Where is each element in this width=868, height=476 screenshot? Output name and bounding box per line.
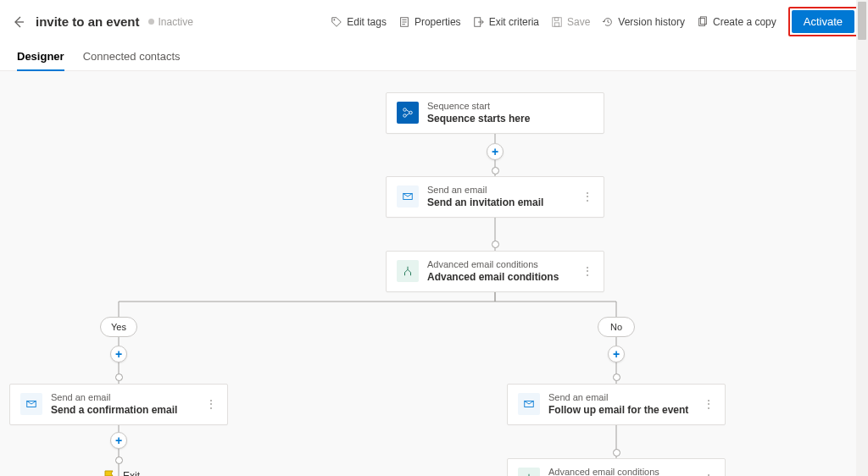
node-title: Advanced email conditions: [427, 271, 559, 284]
node-label: Send an email: [51, 392, 177, 404]
node-more-button[interactable]: ⋮: [581, 264, 593, 278]
status-text: Inactive: [159, 16, 193, 28]
email-icon: [518, 393, 540, 415]
node-sequence-start[interactable]: Sequence start Sequence starts here: [386, 92, 604, 134]
status-badge: Inactive: [148, 16, 193, 28]
command-bar: Edit tags Properties Exit criteria Save …: [331, 7, 858, 36]
node-followup-email[interactable]: Send an email Follow up email for the ev…: [507, 384, 726, 425]
node-advanced-conditions[interactable]: Advanced email conditions Advanced email…: [386, 251, 604, 292]
activate-label: Activate: [804, 15, 843, 28]
node-title: Follow up email for the event: [548, 404, 688, 417]
connector-port: [115, 457, 123, 464]
page-title: invite to an event: [36, 14, 140, 29]
designer-canvas[interactable]: Sequence start Sequence starts here + Se…: [0, 71, 868, 476]
start-icon: [397, 102, 419, 124]
svg-point-18: [403, 108, 407, 112]
exit-label: Exit: [123, 470, 140, 476]
node-more-button[interactable]: ⋮: [703, 397, 715, 411]
properties-icon: [398, 16, 410, 28]
node-label: Advanced email conditions: [548, 467, 680, 476]
activate-button[interactable]: Activate: [792, 10, 854, 33]
node-more-button[interactable]: ⋮: [205, 397, 217, 411]
node-title: Send a confirmation email: [51, 404, 177, 417]
node-advanced-conditions-2[interactable]: Advanced email conditions Advanced email…: [507, 458, 726, 476]
svg-rect-8: [554, 22, 559, 25]
branch-no: No: [598, 317, 635, 337]
svg-rect-7: [553, 17, 562, 26]
connector-port: [115, 374, 123, 381]
node-label: Send an email: [427, 185, 543, 196]
create-copy-button[interactable]: Create a copy: [697, 16, 776, 28]
add-step-button[interactable]: +: [608, 346, 625, 363]
add-step-button[interactable]: +: [487, 143, 504, 160]
properties-button[interactable]: Properties: [398, 16, 461, 28]
tab-bar: Designer Connected contacts: [0, 40, 868, 71]
tab-designer[interactable]: Designer: [17, 45, 64, 71]
connector-port: [492, 241, 499, 248]
node-title: Send an invitation email: [427, 196, 543, 209]
exit-icon: [473, 16, 485, 28]
conditions-icon: [397, 260, 419, 282]
save-label: Save: [567, 16, 590, 28]
edit-tags-label: Edit tags: [347, 16, 387, 28]
tab-connected-contacts[interactable]: Connected contacts: [83, 45, 181, 70]
add-step-button[interactable]: +: [110, 346, 127, 363]
email-icon: [20, 393, 42, 415]
node-more-button[interactable]: ⋮: [581, 190, 593, 203]
add-step-button[interactable]: +: [110, 432, 127, 449]
node-label: Advanced email conditions: [427, 259, 559, 271]
branch-yes: Yes: [100, 317, 137, 337]
save-icon: [551, 16, 563, 28]
copy-icon: [697, 16, 709, 28]
node-title: Sequence starts here: [427, 113, 530, 125]
svg-point-1: [334, 19, 336, 20]
history-icon: [602, 16, 614, 28]
back-button[interactable]: [10, 14, 27, 30]
flag-icon: [103, 469, 116, 476]
version-history-button[interactable]: Version history: [602, 16, 685, 28]
email-icon: [397, 185, 419, 208]
version-history-label: Version history: [618, 16, 685, 28]
node-more-button[interactable]: ⋮: [703, 472, 715, 476]
connector-port: [613, 374, 620, 381]
edit-tags-button[interactable]: Edit tags: [331, 16, 387, 28]
node-label: Sequence start: [427, 101, 530, 113]
scrollbar-thumb[interactable]: [858, 2, 866, 40]
create-copy-label: Create a copy: [713, 16, 776, 28]
connector-port: [613, 449, 620, 457]
activate-highlight: Activate: [788, 7, 858, 36]
node-exit[interactable]: Exit: [103, 469, 140, 476]
svg-rect-9: [554, 17, 558, 20]
exit-criteria-button[interactable]: Exit criteria: [473, 16, 539, 28]
save-button: Save: [551, 16, 590, 28]
properties-label: Properties: [415, 16, 461, 28]
node-send-invitation[interactable]: Send an email Send an invitation email ⋮: [386, 176, 604, 218]
arrow-left-icon: [12, 15, 25, 29]
tag-icon: [331, 16, 342, 28]
conditions-icon: [518, 468, 540, 476]
page-header: invite to an event Inactive Edit tags Pr…: [0, 0, 868, 40]
scrollbar-track[interactable]: [856, 0, 868, 476]
connector-port: [492, 167, 499, 174]
node-send-confirmation[interactable]: Send an email Send a confirmation email …: [9, 384, 228, 425]
exit-criteria-label: Exit criteria: [489, 16, 539, 28]
svg-point-20: [409, 112, 413, 115]
header-left: invite to an event Inactive: [10, 14, 193, 30]
status-dot-icon: [148, 19, 154, 25]
svg-point-19: [403, 114, 407, 118]
node-label: Send an email: [548, 392, 688, 404]
